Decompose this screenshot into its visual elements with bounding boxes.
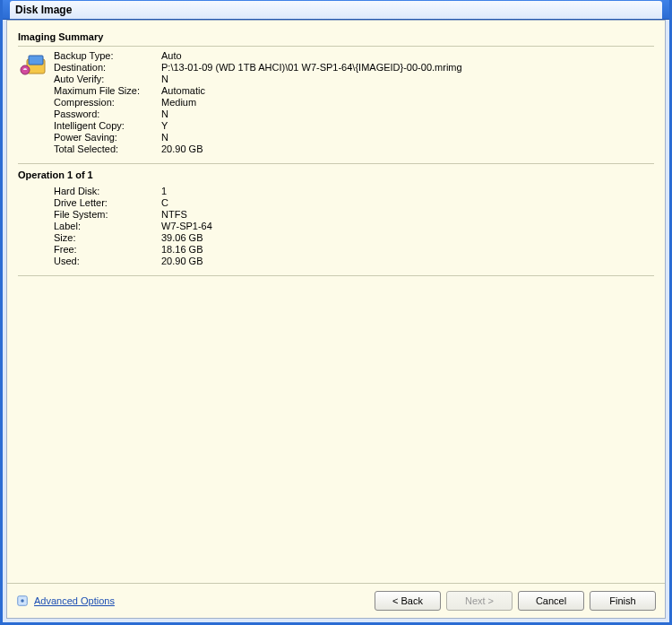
op-value: C <box>161 197 654 208</box>
op-label: Free: <box>54 244 161 255</box>
cancel-button[interactable]: Cancel <box>518 591 584 611</box>
summary-label: Destination: <box>54 62 161 73</box>
summary-value: P:\13-01-09 (WD 1TB AHCI)\01 W7-SP1-64\{… <box>161 62 654 73</box>
summary-value: Automatic <box>161 85 654 96</box>
summary-value: Y <box>161 120 654 131</box>
back-button[interactable]: < Back <box>375 591 441 611</box>
op-label: Size: <box>54 232 161 243</box>
summary-label: Backup Type: <box>54 50 161 61</box>
summary-value: Medium <box>161 97 654 108</box>
summary-label: Password: <box>54 109 161 119</box>
gear-icon <box>16 595 29 607</box>
divider <box>18 275 654 276</box>
finish-button[interactable]: Finish <box>590 591 656 611</box>
content: Imaging Summary Backup Type: Auto Destin… <box>7 21 665 583</box>
op-label: File System: <box>54 209 161 220</box>
summary-value: N <box>161 74 654 84</box>
summary-value: N <box>161 132 654 143</box>
window-title: Disk Image <box>15 4 72 16</box>
operation-body: Hard Disk: 1 Drive Letter: C File System… <box>18 186 654 266</box>
footer: Advanced Options < Back Next > Cancel Fi… <box>7 583 665 618</box>
content-wrap: Imaging Summary Backup Type: Auto Destin… <box>6 20 666 619</box>
op-value: 18.16 GB <box>161 244 654 255</box>
operation-header: Operation 1 of 1 <box>18 168 654 184</box>
next-button: Next > <box>446 591 513 611</box>
disk-image-window: Disk Image Imaging Summary Backup Type: … <box>0 0 672 625</box>
svg-rect-1 <box>29 56 43 65</box>
imaging-summary-body: Backup Type: Auto Destination: P:\13-01-… <box>18 50 654 154</box>
advanced-options-link[interactable]: Advanced Options <box>34 595 115 606</box>
op-value: NTFS <box>161 209 654 220</box>
summary-value: N <box>161 109 654 119</box>
summary-value: Auto <box>161 50 654 61</box>
op-value: 20.90 GB <box>161 256 654 266</box>
svg-point-4 <box>21 599 24 603</box>
summary-label: Power Saving: <box>54 132 161 143</box>
op-label: Used: <box>54 256 161 266</box>
summary-value: 20.90 GB <box>161 143 654 154</box>
disk-image-icon <box>20 50 48 79</box>
summary-label: Maximum File Size: <box>54 85 161 96</box>
imaging-summary-header: Imaging Summary <box>18 30 654 47</box>
titlebar-inner: Disk Image <box>10 1 662 19</box>
summary-label: Total Selected: <box>54 143 161 154</box>
op-label: Label: <box>54 221 161 231</box>
summary-label: Intelligent Copy: <box>54 120 161 131</box>
op-label: Hard Disk: <box>54 186 161 196</box>
footer-left: Advanced Options <box>16 595 115 607</box>
op-value: 1 <box>161 186 654 196</box>
summary-label: Compression: <box>54 97 161 108</box>
divider <box>18 163 654 164</box>
summary-label: Auto Verify: <box>54 74 161 84</box>
op-value: 39.06 GB <box>161 232 654 243</box>
op-value: W7-SP1-64 <box>161 221 654 231</box>
titlebar: Disk Image <box>3 0 669 20</box>
op-label: Drive Letter: <box>54 197 161 208</box>
